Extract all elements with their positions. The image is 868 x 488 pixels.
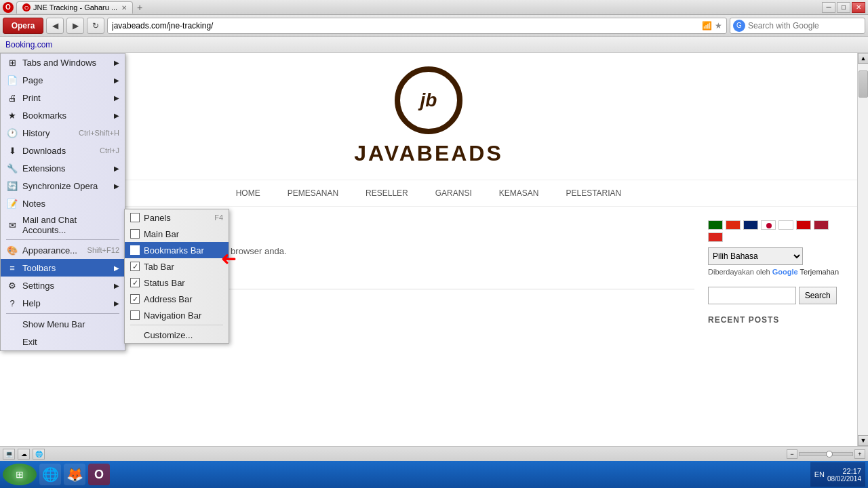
menu-label-exit: Exit — [22, 337, 119, 347]
status-icon-1[interactable]: 💻 — [3, 449, 15, 460]
browser-tab[interactable]: O JNE Tracking - Gaharu ... ✕ — [16, 1, 133, 14]
submenu-panels[interactable]: Panels F4 — [125, 209, 229, 226]
extensions-icon: 🔧 — [6, 162, 18, 174]
menu-item-toolbars[interactable]: ≡ Toolbars ▶ — [1, 259, 125, 277]
window-controls: ─ □ ✕ — [822, 2, 865, 13]
zoom-control: − + — [787, 449, 865, 459]
bookmarks-icon: ★ — [6, 109, 18, 121]
new-tab-button[interactable]: + — [133, 1, 146, 14]
downloads-shortcut: Ctrl+J — [100, 146, 119, 155]
maximize-button[interactable]: □ — [837, 2, 850, 13]
minimize-button[interactable]: ─ — [822, 2, 835, 13]
address-bar-checkbox — [130, 294, 140, 304]
menu-item-settings[interactable]: ⚙ Settings ▶ — [1, 277, 125, 294]
menu-label-settings: Settings — [22, 281, 114, 291]
menu-separator-1 — [6, 239, 119, 240]
bookmark-item[interactable]: Booking.com — [5, 40, 52, 49]
system-tray: EN 22:17 08/02/2014 — [810, 462, 865, 487]
forward-button[interactable]: ▶ — [66, 18, 84, 34]
menu-item-appearance[interactable]: 🎨 Appearance... Shift+F12 — [1, 241, 125, 259]
bookmark-star-icon[interactable]: ★ — [715, 21, 722, 30]
menu-item-history[interactable]: 🕐 History Ctrl+Shift+H — [1, 124, 125, 142]
page-icon: 📄 — [6, 74, 18, 86]
refresh-button[interactable]: ↻ — [87, 18, 104, 34]
menu-label-synchronize: Synchronize Opera — [22, 181, 114, 191]
submenu-tab-bar[interactable]: Tab Bar — [125, 258, 229, 274]
zoom-thumb — [826, 451, 833, 458]
submenu-address-bar[interactable]: Address Bar — [125, 291, 229, 307]
menu-item-exit[interactable]: Exit — [1, 333, 125, 350]
history-shortcut: Ctrl+Shift+H — [79, 129, 119, 137]
menu-item-extensions[interactable]: 🔧 Extensions ▶ — [1, 159, 125, 177]
menu-item-tabs-windows[interactable]: ⊞ Tabs and Windows ▶ — [1, 54, 125, 71]
page-arrow: ▶ — [114, 77, 119, 84]
tabs-windows-arrow: ▶ — [114, 59, 119, 66]
pointer-arrow: ➜ — [221, 247, 237, 270]
status-icon-3[interactable]: 🌐 — [33, 449, 45, 460]
start-orb: ⊞ — [10, 465, 29, 484]
menu-item-mail-chat[interactable]: ✉ Mail and Chat Accounts... — [1, 212, 125, 238]
tab-close-button[interactable]: ✕ — [121, 4, 127, 12]
address-bar-label: Address Bar — [144, 294, 193, 304]
appearance-icon: 🎨 — [6, 244, 18, 256]
submenu-navigation-bar[interactable]: Navigation Bar — [125, 307, 229, 323]
submenu-status-bar[interactable]: Status Bar — [125, 274, 229, 291]
menu-label-page: Page — [22, 75, 114, 85]
customize-label: Customize... — [144, 330, 193, 340]
submenu-customize[interactable]: Customize... — [125, 327, 229, 343]
tray-language: EN — [814, 470, 825, 479]
submenu-bookmarks-bar[interactable]: Bookmarks Bar — [125, 242, 229, 258]
navigation-bar: Opera ◀ ▶ ↻ 📶 ★ G — [0, 15, 868, 37]
menu-label-bookmarks: Bookmarks — [22, 110, 114, 121]
close-button[interactable]: ✕ — [852, 2, 865, 13]
search-input[interactable] — [748, 21, 862, 30]
tabs-windows-icon: ⊞ — [6, 56, 18, 68]
menu-item-help[interactable]: ? Help ▶ — [1, 294, 125, 312]
zoom-slider[interactable] — [799, 452, 853, 456]
settings-arrow: ▶ — [114, 282, 119, 289]
menu-item-bookmarks[interactable]: ★ Bookmarks ▶ — [1, 106, 125, 124]
main-menu: ⊞ Tabs and Windows ▶ 📄 Page ▶ 🖨 Print ▶ … — [0, 53, 125, 351]
toolbars-submenu: Panels F4 Main Bar Bookmarks Bar Tab Bar — [124, 209, 229, 344]
taskbar-firefox-icon[interactable]: 🦊 — [64, 464, 85, 485]
menu-item-downloads[interactable]: ⬇ Downloads Ctrl+J — [1, 142, 125, 159]
toolbars-icon: ≡ — [6, 262, 18, 274]
menu-bar-icon — [6, 318, 18, 330]
menu-label-tabs-windows: Tabs and Windows — [22, 58, 114, 68]
panels-checkbox — [130, 213, 140, 222]
rss-icon: 📶 — [702, 21, 712, 30]
zoom-out-button[interactable]: − — [787, 449, 797, 459]
help-icon: ? — [6, 297, 18, 309]
address-bar[interactable]: 📶 ★ — [107, 18, 727, 34]
status-bar-checkbox — [130, 278, 140, 287]
tab-bar-checkbox — [130, 262, 140, 271]
menu-item-show-menu-bar[interactable]: Show Menu Bar — [1, 315, 125, 333]
tab-bar-area: O JNE Tracking - Gaharu ... ✕ + — [16, 1, 822, 14]
appearance-shortcut: Shift+F12 — [87, 246, 119, 254]
menu-item-notes[interactable]: 📝 Notes — [1, 195, 125, 212]
opera-logo: O — [3, 2, 14, 13]
address-input[interactable] — [112, 21, 702, 30]
zoom-in-button[interactable]: + — [854, 449, 865, 459]
back-button[interactable]: ◀ — [46, 18, 64, 34]
opera-menu-button[interactable]: Opera — [3, 18, 43, 34]
menu-item-page[interactable]: 📄 Page ▶ — [1, 71, 125, 89]
menu-label-appearance: Appearance... — [22, 245, 82, 256]
submenu-main-bar[interactable]: Main Bar — [125, 226, 229, 242]
menu-label-notes: Notes — [22, 199, 119, 209]
status-bar: 💻 ☁ 🌐 − + — [0, 446, 868, 461]
bookmarks-arrow: ▶ — [114, 112, 119, 119]
menu-item-synchronize[interactable]: 🔄 Synchronize Opera ▶ — [1, 177, 125, 195]
taskbar-opera-icon[interactable]: O — [88, 464, 110, 485]
taskbar-chrome-icon[interactable]: 🌐 — [39, 464, 61, 485]
search-bar[interactable]: G — [730, 18, 865, 34]
menu-item-print[interactable]: 🖨 Print ▶ — [1, 89, 125, 106]
menu-separator-2 — [6, 313, 119, 314]
menu-label-toolbars: Toolbars — [22, 263, 114, 273]
start-button[interactable]: ⊞ — [3, 464, 37, 485]
menu-label-print: Print — [22, 93, 114, 103]
menu-label-history: History — [22, 128, 73, 138]
notes-icon: 📝 — [6, 197, 18, 209]
panels-label: Panels — [144, 213, 171, 223]
status-icon-2[interactable]: ☁ — [18, 449, 30, 460]
